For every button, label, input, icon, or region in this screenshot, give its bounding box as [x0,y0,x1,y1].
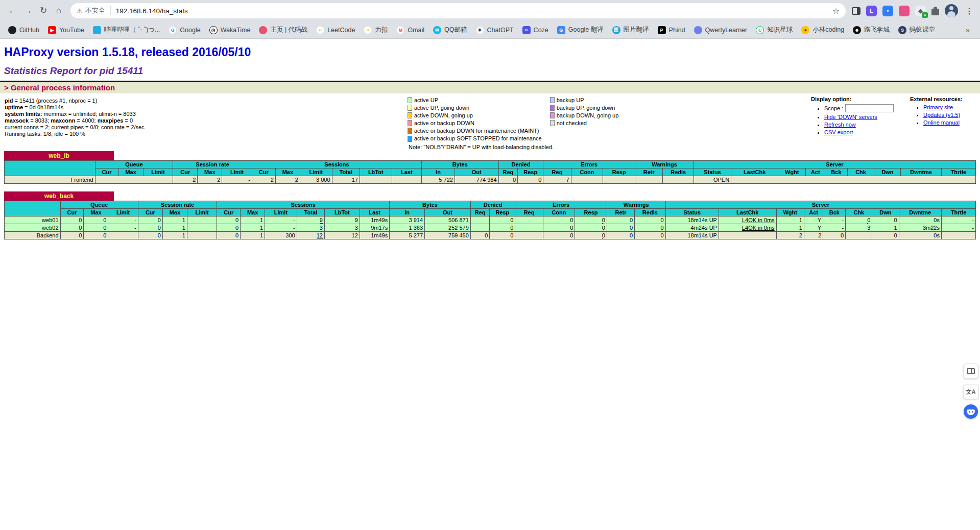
external-resources-title: External resources: [910,96,980,102]
bookmark-label: Coze [534,27,548,34]
scope-input[interactable] [845,104,894,112]
immersive-translate-button[interactable] [964,404,978,419]
bookmark-item[interactable]: GGoogle [169,26,200,34]
group-header: Errors [515,201,607,209]
translate-button[interactable]: 文A [963,384,978,399]
extensions-puzzle-icon[interactable] [931,9,939,15]
proxy-name[interactable]: web_back [4,191,114,201]
bookmark-item[interactable]: C知识星球 [756,26,793,34]
column-header: Out [455,168,498,176]
bookmark-item[interactable]: 哔哩哔哩（ ˚- ˚)つ... [93,26,160,34]
stat-cell: 300 [265,232,297,239]
pink-extension-icon[interactable]: ≡ [899,6,910,16]
stat-cell: 1 363 [390,224,425,232]
extension-badge: 6 [922,12,928,18]
option-link[interactable]: Refresh now [824,122,856,128]
stat-cell: 0 [138,232,162,239]
group-header: Bytes [422,161,498,168]
stat-cell: 0 [60,224,84,232]
group-header: Sessions [217,201,390,209]
stat-cell: 9 [297,216,324,224]
github-icon [8,26,16,34]
bookmark-label: 知识星球 [767,26,793,34]
bookmark-star-icon[interactable]: ☆ [832,6,840,16]
bookmark-item[interactable]: MGmail [396,26,424,34]
column-header: Resp [603,168,635,176]
reload-icon[interactable]: ↻ [36,3,51,18]
stat-cell: L4OK in 0ms [719,224,776,232]
bookmark-item[interactable]: 主页 | 代码战 [259,26,307,34]
stat-cell: L4OK in 0ms [719,216,776,224]
option-link[interactable]: Online manual [923,119,960,126]
column-header: Chk [847,168,874,176]
legend-label: not checked [556,119,626,127]
blue-extension-icon[interactable]: • [882,6,893,16]
stat-cell: Y [804,216,823,224]
lark-extension-icon[interactable]: L [866,6,877,16]
profile-avatar[interactable] [945,4,958,17]
column-header: Req [515,209,543,216]
stat-cell: - [108,224,138,232]
bookmark-item[interactable]: 图图片翻译 [612,26,649,34]
warning-triangle-icon: ⚠ [77,7,83,15]
bookmark-item[interactable]: ••Coze [522,26,548,34]
page-title[interactable]: HAProxy version 1.5.18, released 2016/05… [4,45,980,59]
bookmark-item[interactable]: ◷WakaTime [209,26,251,34]
row-name: Backend [5,232,61,239]
bookmark-label: 力扣 [375,26,388,34]
bookmark-item[interactable]: GitHub [8,26,39,34]
stat-cell: 0 [490,232,515,239]
bookmark-item[interactable]: ‹›LeetCode [316,26,355,34]
translate-icon: 文A [966,388,976,396]
bookmark-item[interactable]: QwertyLearner [694,26,748,34]
bookmark-item[interactable]: PPhind [658,26,685,34]
bookmark-label: Gmail [408,27,424,34]
bookmarks-overflow-chevron[interactable]: » [964,26,972,34]
bookmark-label: LeetCode [327,27,355,34]
stat-cell: 0 [217,232,241,239]
home-icon[interactable]: ⌂ [51,3,66,18]
stat-cell: 5 722 [422,176,455,184]
bookmark-item[interactable]: ▶YouTube [48,26,84,34]
group-header: Bytes [390,201,471,209]
reading-list-button[interactable] [963,364,978,379]
option-link[interactable]: Primary site [923,104,953,110]
side-panel-icon[interactable] [852,7,861,15]
bilibili-icon [93,26,101,34]
not-secure-chip[interactable]: ⚠ 不安全 [77,6,111,15]
gmail-icon: M [396,26,404,34]
stat-cell [470,216,490,224]
back-icon[interactable]: ← [5,3,20,18]
option-link[interactable]: Hide 'DOWN' servers [824,114,877,120]
stat-cell: 0 [217,216,241,224]
forward-icon[interactable]: → [20,3,36,18]
bookmark-item[interactable]: S蚂蚁课堂 [898,26,935,34]
column-header: LastChk [731,168,778,176]
bookmark-item[interactable]: ‹›力扣 [364,26,388,34]
bookmark-item[interactable]: ✳ChatGPT [476,26,514,34]
option-link[interactable]: Updates (v1.5) [923,112,960,118]
process-info: pid = 15411 (process #1, nbproc = 1)upti… [5,98,145,137]
bookmark-item[interactable]: ☻路飞学城 [853,26,890,34]
stat-cell: 18m14s UP [665,216,719,224]
bookmark-item[interactable]: GGoogle 翻译 [557,26,604,34]
chatgpt-icon: ✳ [476,26,484,34]
column-header: Bck [825,168,848,176]
group-header: Queue [60,201,138,209]
browser-menu-icon[interactable]: ⋮ [964,6,975,16]
proxy-name[interactable]: web_lb [4,151,114,160]
group-header: Errors [543,161,635,168]
column-header: Resp [575,209,607,216]
stat-cell: 0s [899,216,941,224]
address-bar[interactable]: ⚠ 不安全 192.168.6.140/ha_stats ☆ [70,3,846,18]
bookmark-item[interactable]: ●小林coding [801,26,844,34]
option-link[interactable]: CSV export [824,129,853,135]
display-option-panel: Display option: Scope : Hide 'DOWN' serv… [811,96,921,137]
group-header: Warnings [635,161,694,168]
process-info-line: maxsock = 8033; maxconn = 4000; maxpipes… [5,117,145,124]
table-row-web01: web0100-0101-991m49s3 914506 8710000018m… [5,216,976,224]
bookmark-item[interactable]: ✉QQ邮箱 [433,26,467,34]
column-header: Dwn [872,209,899,216]
phind-icon: P [658,26,666,34]
gray-extension-icon[interactable]: ◆6 [915,6,926,16]
